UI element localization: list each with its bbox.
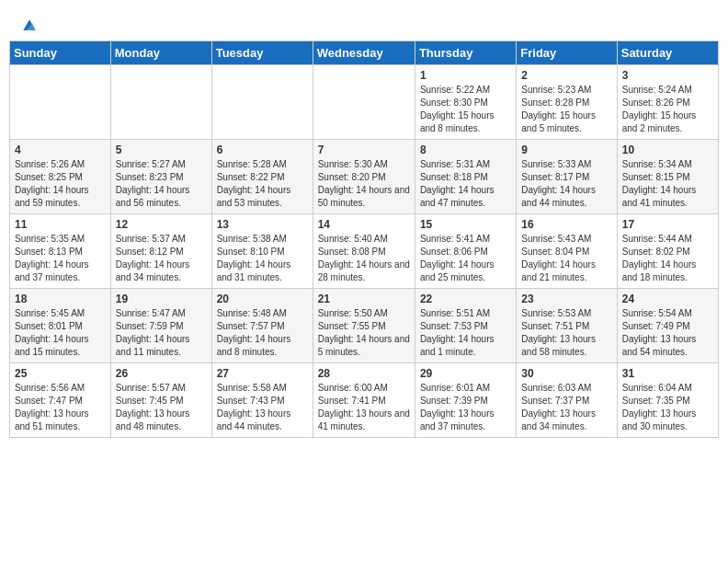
day-info: Sunrise: 6:00 AMSunset: 7:41 PMDaylight:… — [318, 382, 410, 433]
calendar-cell: 7Sunrise: 5:30 AMSunset: 8:20 PMDaylight… — [313, 140, 415, 214]
day-number: 25 — [15, 367, 106, 380]
calendar-cell: 2Sunrise: 5:23 AMSunset: 8:28 PMDaylight… — [517, 65, 617, 140]
day-number: 30 — [521, 367, 611, 380]
calendar-cell — [110, 65, 211, 140]
day-info: Sunrise: 5:40 AMSunset: 8:08 PMDaylight:… — [318, 233, 410, 284]
calendar-cell: 17Sunrise: 5:44 AMSunset: 8:02 PMDayligh… — [617, 214, 718, 289]
calendar-cell: 18Sunrise: 5:45 AMSunset: 8:01 PMDayligh… — [10, 289, 111, 363]
day-number: 6 — [217, 144, 308, 156]
day-info: Sunrise: 5:54 AMSunset: 7:49 PMDaylight:… — [622, 307, 713, 359]
day-info: Sunrise: 6:04 AMSunset: 7:35 PMDaylight:… — [622, 382, 713, 433]
day-number: 10 — [622, 144, 713, 156]
day-info: Sunrise: 5:56 AMSunset: 7:47 PMDaylight:… — [15, 382, 106, 433]
day-info: Sunrise: 5:34 AMSunset: 8:15 PMDaylight:… — [622, 158, 713, 210]
day-number: 26 — [116, 367, 207, 380]
day-number: 7 — [318, 144, 410, 156]
day-info: Sunrise: 5:24 AMSunset: 8:26 PMDaylight:… — [622, 84, 713, 135]
weekday-header-monday: Monday — [110, 41, 211, 65]
day-info: Sunrise: 5:22 AMSunset: 8:30 PMDaylight:… — [420, 84, 511, 135]
day-info: Sunrise: 5:35 AMSunset: 8:13 PMDaylight:… — [15, 233, 106, 284]
calendar-cell: 24Sunrise: 5:54 AMSunset: 7:49 PMDayligh… — [617, 289, 718, 363]
calendar-cell: 15Sunrise: 5:41 AMSunset: 8:06 PMDayligh… — [415, 214, 516, 289]
page-header — [9, 9, 719, 35]
day-number: 14 — [318, 218, 410, 231]
day-number: 22 — [420, 293, 511, 305]
day-info: Sunrise: 5:33 AMSunset: 8:17 PMDaylight:… — [521, 158, 611, 210]
calendar-cell — [313, 65, 415, 140]
day-info: Sunrise: 5:37 AMSunset: 8:12 PMDaylight:… — [116, 233, 207, 284]
day-info: Sunrise: 5:50 AMSunset: 7:55 PMDaylight:… — [318, 307, 410, 359]
day-info: Sunrise: 5:26 AMSunset: 8:25 PMDaylight:… — [15, 158, 106, 210]
day-number: 9 — [521, 144, 611, 156]
calendar-cell: 22Sunrise: 5:51 AMSunset: 7:53 PMDayligh… — [415, 289, 516, 363]
day-info: Sunrise: 5:47 AMSunset: 7:59 PMDaylight:… — [116, 307, 207, 359]
day-number: 5 — [116, 144, 207, 156]
week-row-5: 25Sunrise: 5:56 AMSunset: 7:47 PMDayligh… — [10, 363, 719, 438]
day-info: Sunrise: 5:27 AMSunset: 8:23 PMDaylight:… — [116, 158, 207, 210]
calendar-cell: 27Sunrise: 5:58 AMSunset: 7:43 PMDayligh… — [211, 363, 313, 438]
day-number: 31 — [622, 367, 713, 380]
day-info: Sunrise: 5:58 AMSunset: 7:43 PMDaylight:… — [217, 382, 308, 433]
calendar-cell — [211, 65, 313, 140]
week-row-3: 11Sunrise: 5:35 AMSunset: 8:13 PMDayligh… — [10, 214, 719, 289]
day-number: 28 — [318, 367, 410, 380]
day-number: 12 — [116, 218, 207, 231]
calendar-cell: 4Sunrise: 5:26 AMSunset: 8:25 PMDaylight… — [10, 140, 111, 214]
weekday-header-wednesday: Wednesday — [313, 41, 415, 65]
calendar-cell: 25Sunrise: 5:56 AMSunset: 7:47 PMDayligh… — [10, 363, 111, 438]
day-number: 23 — [521, 293, 611, 305]
calendar-cell: 23Sunrise: 5:53 AMSunset: 7:51 PMDayligh… — [517, 289, 617, 363]
day-number: 2 — [521, 69, 611, 82]
day-info: Sunrise: 5:38 AMSunset: 8:10 PMDaylight:… — [217, 233, 308, 284]
logo-icon — [20, 17, 39, 35]
day-number: 19 — [116, 293, 207, 305]
calendar-cell: 20Sunrise: 5:48 AMSunset: 7:57 PMDayligh… — [211, 289, 313, 363]
day-number: 18 — [15, 293, 106, 305]
day-number: 15 — [420, 218, 511, 231]
calendar-cell: 11Sunrise: 5:35 AMSunset: 8:13 PMDayligh… — [10, 214, 111, 289]
day-info: Sunrise: 5:23 AMSunset: 8:28 PMDaylight:… — [521, 84, 611, 135]
calendar-cell: 19Sunrise: 5:47 AMSunset: 7:59 PMDayligh… — [110, 289, 211, 363]
day-number: 3 — [622, 69, 713, 82]
calendar-table: SundayMondayTuesdayWednesdayThursdayFrid… — [9, 40, 719, 438]
day-number: 27 — [217, 367, 308, 380]
day-info: Sunrise: 5:30 AMSunset: 8:20 PMDaylight:… — [318, 158, 410, 210]
day-info: Sunrise: 6:03 AMSunset: 7:37 PMDaylight:… — [521, 382, 611, 433]
calendar-cell: 29Sunrise: 6:01 AMSunset: 7:39 PMDayligh… — [415, 363, 516, 438]
calendar-cell: 1Sunrise: 5:22 AMSunset: 8:30 PMDaylight… — [415, 65, 516, 140]
day-info: Sunrise: 5:28 AMSunset: 8:22 PMDaylight:… — [217, 158, 308, 210]
week-row-1: 1Sunrise: 5:22 AMSunset: 8:30 PMDaylight… — [10, 65, 719, 140]
weekday-header-tuesday: Tuesday — [211, 41, 313, 65]
calendar-cell: 31Sunrise: 6:04 AMSunset: 7:35 PMDayligh… — [617, 363, 718, 438]
day-number: 20 — [217, 293, 308, 305]
calendar-cell: 6Sunrise: 5:28 AMSunset: 8:22 PMDaylight… — [211, 140, 313, 214]
week-row-2: 4Sunrise: 5:26 AMSunset: 8:25 PMDaylight… — [10, 140, 719, 214]
weekday-header-saturday: Saturday — [617, 41, 718, 65]
day-info: Sunrise: 5:43 AMSunset: 8:04 PMDaylight:… — [521, 233, 611, 284]
day-info: Sunrise: 5:45 AMSunset: 8:01 PMDaylight:… — [15, 307, 106, 359]
day-info: Sunrise: 5:41 AMSunset: 8:06 PMDaylight:… — [420, 233, 511, 284]
calendar-cell: 13Sunrise: 5:38 AMSunset: 8:10 PMDayligh… — [211, 214, 313, 289]
weekday-header-thursday: Thursday — [415, 41, 516, 65]
day-info: Sunrise: 5:31 AMSunset: 8:18 PMDaylight:… — [420, 158, 511, 210]
calendar-cell: 9Sunrise: 5:33 AMSunset: 8:17 PMDaylight… — [517, 140, 617, 214]
week-row-4: 18Sunrise: 5:45 AMSunset: 8:01 PMDayligh… — [10, 289, 719, 363]
calendar-cell: 8Sunrise: 5:31 AMSunset: 8:18 PMDaylight… — [415, 140, 516, 214]
day-number: 13 — [217, 218, 308, 231]
weekday-header-friday: Friday — [517, 41, 617, 65]
day-number: 4 — [15, 144, 106, 156]
day-number: 17 — [622, 218, 713, 231]
calendar-cell: 3Sunrise: 5:24 AMSunset: 8:26 PMDaylight… — [617, 65, 718, 140]
day-number: 1 — [420, 69, 511, 82]
day-number: 11 — [15, 218, 106, 231]
day-info: Sunrise: 5:51 AMSunset: 7:53 PMDaylight:… — [420, 307, 511, 359]
day-number: 21 — [318, 293, 410, 305]
day-info: Sunrise: 5:57 AMSunset: 7:45 PMDaylight:… — [116, 382, 207, 433]
logo — [18, 17, 39, 31]
day-info: Sunrise: 5:48 AMSunset: 7:57 PMDaylight:… — [217, 307, 308, 359]
calendar-cell: 26Sunrise: 5:57 AMSunset: 7:45 PMDayligh… — [110, 363, 211, 438]
day-number: 29 — [420, 367, 511, 380]
calendar-cell: 5Sunrise: 5:27 AMSunset: 8:23 PMDaylight… — [110, 140, 211, 214]
calendar-cell: 16Sunrise: 5:43 AMSunset: 8:04 PMDayligh… — [517, 214, 617, 289]
day-number: 8 — [420, 144, 511, 156]
